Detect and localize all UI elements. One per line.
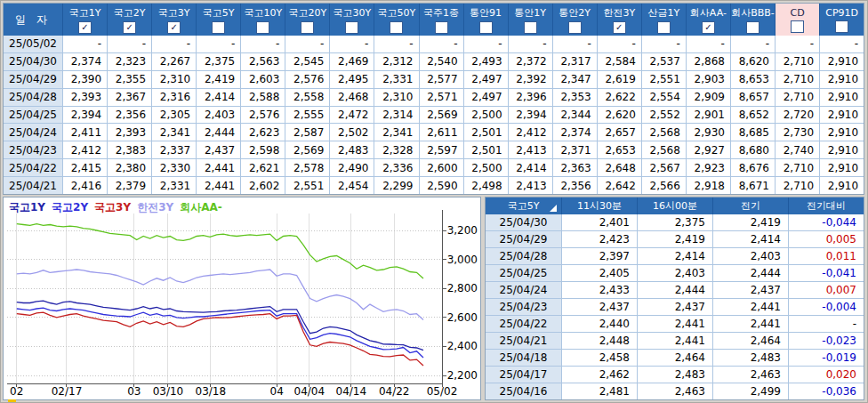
- column-header[interactable]: 통안2Y: [553, 4, 598, 36]
- table-row[interactable]: 25/05/02------------------: [4, 36, 864, 53]
- value-cell: 2,356: [553, 177, 598, 194]
- table-row[interactable]: 25/04/292,3902,3552,3102,4192,6032,5762,…: [4, 71, 864, 89]
- value-cell: 2,584: [598, 53, 642, 70]
- column-header[interactable]: 국고20Y: [285, 4, 330, 36]
- column-header[interactable]: 국고3Y✓: [152, 4, 197, 36]
- y-axis-label: 3,200: [447, 224, 478, 237]
- detail-row[interactable]: 25/04/292,4232,4192,4140,005: [486, 231, 864, 248]
- grid-lines: [7, 214, 442, 383]
- column-checkbox[interactable]: [390, 21, 403, 34]
- table-row[interactable]: 25/04/282,3932,3672,3162,4142,5882,5582,…: [4, 89, 864, 107]
- column-header[interactable]: 한전3Y✓: [598, 4, 642, 36]
- date-cell: 25/04/29: [4, 71, 63, 88]
- table-row[interactable]: 25/04/232,4122,3832,3372,4372,5982,5692,…: [4, 141, 864, 159]
- value-cell: 2,730: [776, 124, 820, 141]
- value-cell: 2,569: [285, 141, 330, 158]
- column-checkbox[interactable]: [524, 21, 537, 34]
- column-header[interactable]: 국고10Y: [241, 4, 285, 36]
- column-checkbox[interactable]: [835, 20, 848, 33]
- value-cell: 2,648: [598, 159, 642, 176]
- column-header[interactable]: 회사AA-✓: [687, 4, 731, 36]
- value-cell: 2,930: [687, 124, 731, 141]
- value-cell: -: [420, 36, 464, 52]
- column-header[interactable]: CD: [776, 4, 820, 36]
- column-checkbox[interactable]: [212, 21, 225, 34]
- y-axis-label: 2,400: [447, 340, 478, 352]
- table-row[interactable]: 25/04/222,4152,3802,3302,4412,6212,5782,…: [4, 159, 864, 177]
- detail-change-cell: -0,044: [789, 214, 864, 230]
- column-checkbox[interactable]: [301, 21, 314, 34]
- value-cell: 2,468: [330, 89, 374, 106]
- column-checkbox[interactable]: ✓: [78, 21, 92, 34]
- column-header[interactable]: CP91D: [820, 4, 864, 36]
- value-cell: 2,412: [63, 141, 108, 158]
- column-header-label: 통안2Y: [559, 6, 591, 20]
- column-checkbox[interactable]: [791, 20, 804, 33]
- column-header-label: 국고20Y: [288, 6, 326, 20]
- detail-row[interactable]: 25/04/242,4332,4442,4370,007: [486, 282, 864, 299]
- value-cell: 2,910: [820, 107, 864, 124]
- chart-legend: 국고1Y국고2Y국고3Y한전3Y회사AA-: [9, 200, 229, 215]
- detail-row[interactable]: 25/04/302,4012,3752,419-0,044: [486, 214, 864, 231]
- column-checkbox[interactable]: [435, 21, 448, 34]
- value-cell: 2,740: [776, 141, 820, 158]
- date-cell: 25/04/30: [4, 53, 63, 70]
- table-row[interactable]: 25/04/302,3742,3232,2672,3752,5632,5452,…: [4, 53, 864, 71]
- value-cell: 2,868: [687, 53, 731, 70]
- table-row[interactable]: 25/04/242,4112,3932,3412,4442,6232,5872,…: [4, 124, 864, 141]
- y-axis-label: 3,000: [447, 254, 478, 266]
- column-header[interactable]: 국주1종: [420, 4, 464, 36]
- table-row[interactable]: 25/04/252,3942,3562,3052,4032,5762,5552,…: [4, 107, 864, 125]
- value-cell: 2,310: [152, 71, 197, 88]
- value-cell: 2,578: [285, 159, 330, 176]
- detail-row[interactable]: 25/04/222,4402,4412,441-: [486, 316, 864, 333]
- column-checkbox[interactable]: [256, 21, 269, 34]
- x-axis-label: 04: [270, 385, 284, 398]
- column-header[interactable]: 국고5Y: [197, 4, 241, 36]
- column-checkbox[interactable]: [479, 21, 493, 34]
- column-header[interactable]: 산금1Y: [642, 4, 687, 36]
- value-cell: 2,374: [553, 124, 598, 141]
- detail-change-cell: 0,007: [789, 282, 864, 298]
- column-checkbox[interactable]: [568, 21, 582, 34]
- column-header[interactable]: 통안91: [464, 4, 509, 36]
- column-header[interactable]: 국고1Y✓: [63, 4, 108, 36]
- column-checkbox[interactable]: ✓: [167, 21, 181, 34]
- value-cell: 2,571: [420, 89, 464, 106]
- column-header[interactable]: 통안1Y: [509, 4, 553, 36]
- x-axis-label: 03/18: [196, 385, 227, 398]
- column-header[interactable]: 회사BBB-: [731, 4, 776, 36]
- value-cell: 2,653: [598, 141, 642, 158]
- detail-value-cell: 2,437: [562, 299, 638, 315]
- detail-row[interactable]: 25/04/212,4482,4412,464-0,023: [486, 333, 864, 350]
- detail-column-header[interactable]: 국고5Y: [486, 197, 562, 214]
- detail-row[interactable]: 25/04/182,4582,4642,483-0,019: [486, 350, 864, 367]
- column-header[interactable]: 국고30Y: [330, 4, 374, 36]
- detail-row[interactable]: 25/04/232,4372,4372,441-0,004: [486, 299, 864, 316]
- dropdown-corner-icon[interactable]: [550, 205, 557, 212]
- column-checkbox[interactable]: ✓: [123, 21, 136, 34]
- detail-row[interactable]: 25/04/172,4622,4832,4630,020: [486, 367, 864, 383]
- detail-value-cell: 2,483: [638, 367, 713, 383]
- value-cell: 2,540: [420, 53, 464, 70]
- value-cell: 2,312: [374, 53, 419, 70]
- detail-row[interactable]: 25/04/282,3972,4142,4030,011: [486, 248, 864, 265]
- table-row[interactable]: 25/04/212,4162,3792,3312,4412,6022,5512,…: [4, 177, 864, 194]
- value-cell: 2,923: [687, 159, 731, 176]
- column-checkbox[interactable]: ✓: [702, 21, 715, 34]
- column-header[interactable]: 국고50Y: [374, 4, 419, 36]
- detail-value-cell: 2,463: [638, 383, 713, 399]
- date-column-header[interactable]: 일 자: [4, 4, 63, 36]
- detail-date-cell: 25/04/28: [486, 248, 562, 264]
- column-checkbox[interactable]: ✓: [613, 21, 626, 34]
- detail-row[interactable]: 25/04/162,4812,4632,499-0,036: [486, 383, 864, 399]
- detail-change-cell: -0,004: [789, 299, 864, 315]
- column-header[interactable]: 국고2Y✓: [108, 4, 152, 36]
- column-checkbox[interactable]: [657, 21, 671, 34]
- detail-value-cell: 2,448: [562, 333, 638, 349]
- x-axis-label: 03: [127, 385, 141, 398]
- value-cell: 2,336: [374, 159, 419, 176]
- column-checkbox[interactable]: [345, 21, 358, 34]
- column-checkbox[interactable]: [746, 21, 760, 34]
- detail-row[interactable]: 25/04/252,4052,4032,444-0,041: [486, 265, 864, 282]
